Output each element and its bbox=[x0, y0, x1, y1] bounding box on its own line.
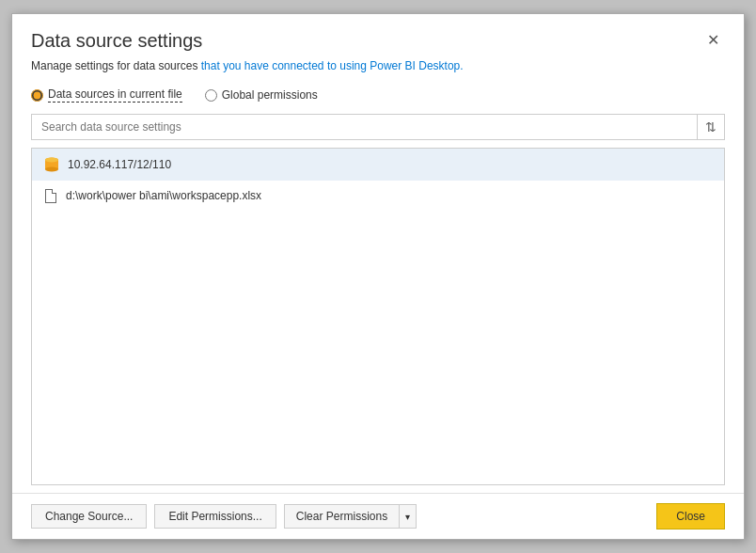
description-text: Manage settings for data sources that yo… bbox=[12, 59, 744, 84]
list-item[interactable]: 10.92.64.117/12/110 bbox=[32, 149, 724, 181]
close-icon-button[interactable]: ✕ bbox=[701, 29, 725, 52]
edit-permissions-button[interactable]: Edit Permissions... bbox=[154, 504, 276, 529]
svg-point-2 bbox=[45, 167, 58, 172]
list-item-label: d:\work\power bi\ami\workspacepp.xlsx bbox=[66, 189, 261, 202]
radio-global-permissions-input[interactable] bbox=[205, 89, 217, 102]
radio-current-file-input[interactable] bbox=[31, 89, 43, 102]
clear-permissions-button[interactable]: Clear Permissions bbox=[284, 504, 399, 529]
clear-permissions-split-button: Clear Permissions ▾ bbox=[284, 504, 417, 529]
radio-current-file-label: Data sources in current file bbox=[48, 87, 182, 103]
list-item-label: 10.92.64.117/12/110 bbox=[68, 158, 171, 171]
title-bar: Data source settings ✕ bbox=[12, 14, 744, 59]
close-button[interactable]: Close bbox=[656, 503, 725, 529]
data-source-settings-dialog: Data source settings ✕ Manage settings f… bbox=[11, 13, 745, 540]
change-source-button[interactable]: Change Source... bbox=[31, 504, 147, 529]
radio-global-permissions-label: Global permissions bbox=[222, 88, 318, 102]
search-bar: ⇅ bbox=[31, 114, 725, 140]
sort-button[interactable]: ⇅ bbox=[697, 115, 724, 139]
footer-right: Close bbox=[656, 503, 725, 529]
svg-point-3 bbox=[45, 158, 58, 163]
dialog-title: Data source settings bbox=[31, 30, 202, 52]
description-link[interactable]: that you have connected to using Power B… bbox=[201, 59, 464, 72]
clear-permissions-dropdown-arrow[interactable]: ▾ bbox=[399, 504, 417, 529]
file-icon bbox=[43, 188, 58, 203]
radio-current-file[interactable]: Data sources in current file bbox=[31, 87, 182, 103]
radio-group: Data sources in current file Global perm… bbox=[12, 84, 744, 114]
radio-global-permissions[interactable]: Global permissions bbox=[205, 88, 318, 102]
footer-buttons: Change Source... Edit Permissions... Cle… bbox=[12, 493, 744, 539]
search-input[interactable] bbox=[32, 115, 697, 139]
data-source-list: 10.92.64.117/12/110 d:\work\power bi\ami… bbox=[31, 148, 725, 485]
database-icon bbox=[43, 156, 60, 173]
list-item[interactable]: d:\work\power bi\ami\workspacepp.xlsx bbox=[32, 181, 724, 211]
